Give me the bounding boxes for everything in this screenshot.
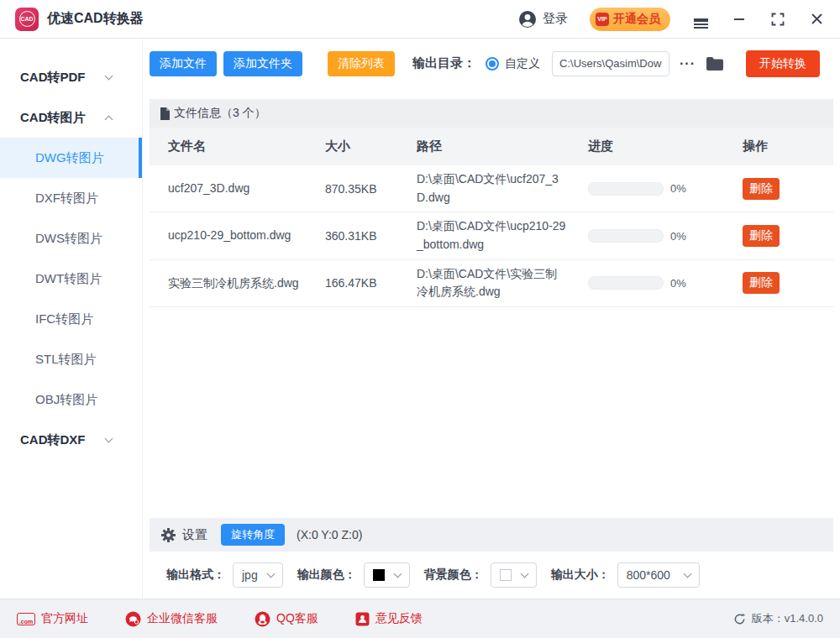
progress-value: 0% — [670, 182, 686, 195]
sidebar-item-label: OBJ转图片 — [35, 392, 97, 408]
sidebar-item-dwt-to-image[interactable]: DWT转图片 — [0, 259, 142, 299]
output-color-swatch — [373, 569, 385, 581]
file-path: D:\桌面\CAD文件\ucf207_3D.dwg — [417, 170, 568, 207]
feedback-icon — [355, 612, 370, 626]
bg-color-label: 背景颜色： — [424, 567, 483, 583]
sidebar-group-cad-to-pdf[interactable]: CAD转PDF — [0, 57, 142, 97]
delete-button[interactable]: 删除 — [743, 178, 780, 200]
file-info-bar: 文件信息（3 个） — [150, 99, 833, 128]
table-row: ucf207_3D.dwg 870.35KB D:\桌面\CAD文件\ucf20… — [150, 165, 833, 212]
group-label: CAD转PDF — [20, 70, 86, 86]
official-site-link[interactable]: .com 官方网址 — [17, 611, 88, 626]
add-folder-button[interactable]: 添加文件夹 — [223, 51, 302, 76]
file-path: D:\桌面\CAD文件\实验三制冷机房系统.dwg — [417, 265, 568, 301]
qq-support-link[interactable]: QQ客服 — [255, 611, 318, 627]
col-progress: 进度 — [588, 139, 743, 154]
dot-com-icon: .com — [17, 613, 35, 625]
chevron-down-icon — [105, 71, 113, 80]
table-header: 文件名 大小 路径 进度 操作 — [150, 128, 833, 165]
refresh-icon — [733, 613, 746, 625]
chevron-down-icon — [105, 434, 113, 442]
add-file-button[interactable]: 添加文件 — [150, 51, 217, 76]
cad-logo-text: CAD — [19, 11, 35, 27]
login-label: 登录 — [543, 11, 568, 27]
close-button[interactable] — [808, 11, 825, 28]
open-vip-button[interactable]: VIP 开通会员 — [590, 8, 670, 31]
col-size: 大小 — [325, 139, 417, 154]
menu-button[interactable] — [692, 11, 709, 28]
qq-support-label: QQ客服 — [276, 611, 318, 626]
sidebar: CAD转PDF CAD转图片 DWG转图片 DXF转图片 DWS转图片 DWT转… — [0, 39, 143, 599]
file-size: 870.35KB — [325, 182, 417, 196]
qq-icon — [255, 611, 270, 627]
sidebar-item-label: DWG转图片 — [35, 150, 104, 166]
output-size-label: 输出大小： — [551, 567, 610, 583]
file-size: 360.31KB — [325, 229, 417, 243]
minimize-button[interactable] — [731, 11, 748, 28]
main-panel: 添加文件 添加文件夹 清除列表 输出目录： 自定义 ··· 开始转换 文件信息（… — [143, 39, 840, 599]
col-path: 路径 — [417, 139, 588, 154]
file-name: ucp210-29_bottom.dwg — [168, 227, 319, 245]
output-format-label: 输出格式： — [166, 567, 225, 583]
delete-button[interactable]: 删除 — [743, 272, 780, 294]
titlebar: CAD 优速CAD转换器 登录 VIP 开通会员 — [0, 0, 840, 39]
maximize-button[interactable] — [769, 11, 786, 28]
progress-value: 0% — [670, 277, 686, 290]
delete-button[interactable]: 删除 — [743, 225, 780, 247]
feedback-label: 意见反馈 — [375, 611, 423, 626]
col-action: 操作 — [743, 139, 833, 154]
sidebar-item-dwg-to-image[interactable]: DWG转图片 — [0, 138, 142, 178]
table-row: 实验三制冷机房系统.dwg 166.47KB D:\桌面\CAD文件\实验三制冷… — [150, 260, 833, 307]
wechat-work-icon — [125, 611, 141, 627]
bg-color-select[interactable] — [491, 562, 537, 588]
toolbar: 添加文件 添加文件夹 清除列表 输出目录： 自定义 ··· 开始转换 — [143, 39, 840, 88]
rotate-angle-button[interactable]: 旋转角度 — [221, 524, 285, 546]
col-name: 文件名 — [168, 139, 325, 154]
chevron-down-icon — [683, 569, 691, 578]
sidebar-item-obj-to-image[interactable]: OBJ转图片 — [0, 379, 142, 420]
sidebar-item-label: DXF转图片 — [35, 191, 98, 207]
version-label: 版本：v1.4.0.0 — [752, 611, 823, 626]
group-label: CAD转图片 — [20, 110, 86, 126]
document-icon — [160, 107, 171, 120]
footer: .com 官方网址 企业微信客服 QQ客服 意见反馈 版本：v1 — [0, 599, 840, 638]
file-info-title: 文件信息（3 个） — [174, 106, 266, 121]
vip-label: 开通会员 — [613, 12, 660, 27]
start-convert-button[interactable]: 开始转换 — [746, 50, 820, 77]
progress-bar — [588, 182, 664, 196]
output-color-select[interactable] — [364, 562, 410, 588]
sidebar-group-cad-to-dxf[interactable]: CAD转DXF — [0, 420, 142, 460]
sidebar-group-cad-to-image[interactable]: CAD转图片 — [0, 97, 142, 138]
open-folder-icon[interactable] — [706, 56, 724, 71]
output-format-value: jpg — [242, 568, 258, 582]
sidebar-item-dws-to-image[interactable]: DWS转图片 — [0, 218, 142, 259]
sidebar-item-ifc-to-image[interactable]: IFC转图片 — [0, 299, 142, 339]
table-row: ucp210-29_bottom.dwg 360.31KB D:\桌面\CAD文… — [150, 212, 833, 259]
group-label: CAD转DXF — [20, 432, 86, 448]
chevron-down-icon — [520, 569, 528, 578]
output-dir-label: 输出目录： — [412, 55, 475, 71]
progress-bar — [588, 276, 664, 290]
chevron-down-icon — [393, 569, 402, 578]
version-info: 版本：v1.4.0.0 — [733, 611, 823, 626]
progress-bar — [588, 229, 664, 243]
sidebar-item-stl-to-image[interactable]: STL转图片 — [0, 339, 142, 379]
clear-list-button[interactable]: 清除列表 — [328, 51, 395, 76]
sidebar-item-dxf-to-image[interactable]: DXF转图片 — [0, 178, 142, 218]
browse-more-button[interactable]: ··· — [680, 56, 696, 71]
output-size-select[interactable]: 800*600 — [617, 562, 700, 588]
progress-value: 0% — [670, 230, 686, 243]
sidebar-item-label: DWS转图片 — [35, 231, 102, 247]
chevron-down-icon — [266, 569, 275, 578]
settings-label: 设置 — [182, 527, 207, 543]
output-color-label: 输出颜色： — [297, 567, 356, 583]
output-format-select[interactable]: jpg — [233, 562, 283, 588]
output-path-input[interactable] — [552, 51, 669, 76]
custom-dir-radio[interactable] — [486, 57, 499, 71]
file-name: ucf207_3D.dwg — [168, 180, 319, 198]
app-logo-icon: CAD — [15, 8, 39, 31]
wechat-support-link[interactable]: 企业微信客服 — [125, 611, 218, 627]
login-button[interactable]: 登录 — [518, 10, 568, 29]
feedback-link[interactable]: 意见反馈 — [355, 611, 423, 626]
app-title: 优速CAD转换器 — [47, 10, 144, 28]
